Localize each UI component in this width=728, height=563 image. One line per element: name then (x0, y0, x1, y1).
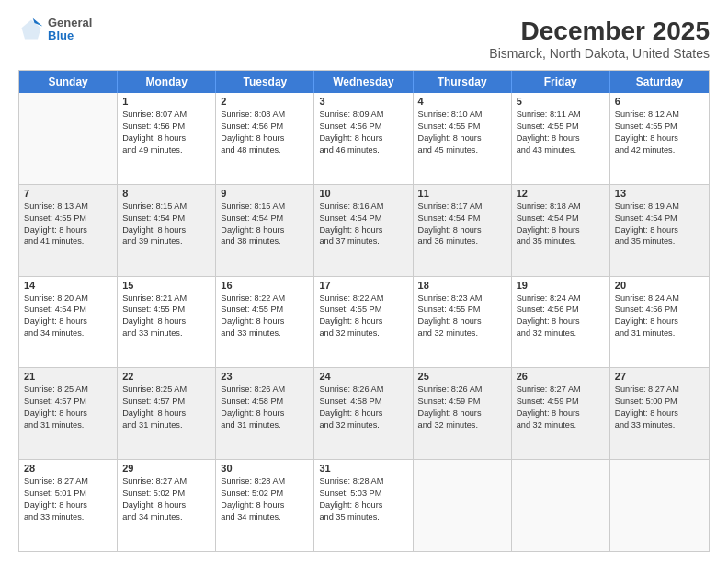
day-number: 7 (24, 188, 112, 199)
cal-cell (19, 93, 118, 184)
cell-info-line: Daylight: 8 hours (418, 408, 506, 419)
cal-cell: 24Sunrise: 8:26 AMSunset: 4:58 PMDayligh… (314, 368, 413, 459)
cell-info-line: Sunset: 5:02 PM (221, 488, 309, 500)
cell-info-line: and 46 minutes. (319, 144, 407, 156)
cell-info-line: Daylight: 8 hours (319, 316, 407, 327)
cell-info-line: Sunset: 4:55 PM (615, 121, 704, 132)
cal-cell: 7Sunrise: 8:13 AMSunset: 4:55 PMDaylight… (19, 185, 118, 276)
cell-info-line: Sunset: 4:59 PM (517, 396, 605, 408)
header-day-tuesday: Tuesday (216, 71, 314, 93)
cell-info-line: Sunrise: 8:24 AM (517, 293, 605, 304)
cell-info-line: Sunrise: 8:23 AM (418, 293, 506, 304)
logo: General Blue (18, 17, 92, 43)
cal-cell: 22Sunrise: 8:25 AMSunset: 4:57 PMDayligh… (118, 368, 216, 459)
cal-cell (414, 460, 512, 551)
cell-info-line: Sunset: 4:56 PM (517, 304, 605, 316)
cell-info-line: and 41 minutes. (24, 236, 112, 247)
calendar-body: 1Sunrise: 8:07 AMSunset: 4:56 PMDaylight… (19, 93, 709, 551)
cell-info-line: and 32 minutes. (517, 327, 605, 339)
cal-cell: 15Sunrise: 8:21 AMSunset: 4:55 PMDayligh… (118, 277, 216, 368)
cell-info-line: Sunset: 4:55 PM (319, 304, 407, 316)
day-number: 29 (122, 463, 210, 474)
cell-info-line: Sunrise: 8:16 AM (319, 201, 407, 213)
cell-info-line: Sunrise: 8:12 AM (615, 109, 704, 121)
cell-info-line: and 39 minutes. (122, 236, 210, 247)
cell-info-line: Sunset: 4:56 PM (615, 304, 704, 316)
cell-info-line: Daylight: 8 hours (122, 224, 210, 236)
cal-cell: 21Sunrise: 8:25 AMSunset: 4:57 PMDayligh… (19, 368, 118, 459)
cal-cell: 3Sunrise: 8:09 AMSunset: 4:56 PMDaylight… (314, 93, 413, 184)
cell-info-line: Daylight: 8 hours (319, 500, 407, 511)
cell-info-line: and 43 minutes. (517, 144, 605, 156)
cal-cell: 28Sunrise: 8:27 AMSunset: 5:01 PMDayligh… (19, 460, 118, 551)
cell-info-line: and 31 minutes. (24, 419, 112, 431)
cell-info-line: and 33 minutes. (221, 327, 309, 339)
day-number: 20 (615, 280, 704, 291)
cell-info-line: Daylight: 8 hours (221, 408, 309, 419)
week-row-2: 7Sunrise: 8:13 AMSunset: 4:55 PMDaylight… (19, 185, 709, 277)
cell-info-line: Daylight: 8 hours (418, 132, 506, 144)
cal-cell: 5Sunrise: 8:11 AMSunset: 4:55 PMDaylight… (512, 93, 610, 184)
day-number: 9 (221, 188, 309, 199)
cell-info-line: Sunrise: 8:22 AM (221, 293, 309, 304)
cell-info-line: and 38 minutes. (221, 236, 309, 247)
header-day-saturday: Saturday (610, 71, 709, 93)
cell-info-line: Daylight: 8 hours (122, 132, 210, 144)
cell-info-line: Daylight: 8 hours (517, 408, 605, 419)
day-number: 28 (24, 463, 112, 474)
cell-info-line: Sunset: 4:55 PM (122, 304, 210, 316)
day-number: 26 (517, 371, 605, 382)
cell-info-line: Sunrise: 8:09 AM (319, 109, 407, 121)
logo-text: General Blue (48, 17, 92, 43)
calendar-header: SundayMondayTuesdayWednesdayThursdayFrid… (19, 71, 709, 93)
day-number: 21 (24, 371, 112, 382)
day-number: 3 (319, 96, 407, 107)
cal-cell: 14Sunrise: 8:20 AMSunset: 4:54 PMDayligh… (19, 277, 118, 368)
cell-info-line: and 34 minutes. (122, 511, 210, 523)
cell-info-line: Sunset: 4:57 PM (122, 396, 210, 408)
cell-info-line: Sunrise: 8:10 AM (418, 109, 506, 121)
cal-cell: 9Sunrise: 8:15 AMSunset: 4:54 PMDaylight… (216, 185, 314, 276)
day-number: 27 (615, 371, 704, 382)
cal-cell: 23Sunrise: 8:26 AMSunset: 4:58 PMDayligh… (216, 368, 314, 459)
day-number: 14 (24, 280, 112, 291)
cal-cell: 11Sunrise: 8:17 AMSunset: 4:54 PMDayligh… (414, 185, 512, 276)
header-day-friday: Friday (512, 71, 610, 93)
day-number: 1 (122, 96, 210, 107)
cell-info-line: Sunset: 4:55 PM (418, 304, 506, 316)
cell-info-line: Sunrise: 8:20 AM (24, 293, 112, 304)
cell-info-line: Sunrise: 8:27 AM (517, 384, 605, 396)
cal-cell: 17Sunrise: 8:22 AMSunset: 4:55 PMDayligh… (314, 277, 413, 368)
cell-info-line: Daylight: 8 hours (517, 224, 605, 236)
cal-cell (512, 460, 610, 551)
cal-cell: 20Sunrise: 8:24 AMSunset: 4:56 PMDayligh… (610, 277, 709, 368)
cell-info-line: Sunrise: 8:21 AM (122, 293, 210, 304)
cal-cell: 19Sunrise: 8:24 AMSunset: 4:56 PMDayligh… (512, 277, 610, 368)
cal-cell: 29Sunrise: 8:27 AMSunset: 5:02 PMDayligh… (118, 460, 216, 551)
page: General Blue December 2025 Bismarck, Nor… (0, 0, 728, 563)
logo-general-text: General (48, 17, 92, 29)
title-block: December 2025 Bismarck, North Dakota, Un… (489, 17, 710, 61)
cell-info-line: Sunrise: 8:08 AM (221, 109, 309, 121)
cell-info-line: Daylight: 8 hours (517, 316, 605, 327)
cell-info-line: and 31 minutes. (221, 419, 309, 431)
cell-info-line: and 35 minutes. (517, 236, 605, 247)
header-day-wednesday: Wednesday (314, 71, 413, 93)
cell-info-line: Sunrise: 8:25 AM (122, 384, 210, 396)
day-number: 16 (221, 280, 309, 291)
logo-blue-text: Blue (48, 29, 92, 42)
cell-info-line: Sunrise: 8:13 AM (24, 201, 112, 213)
cell-info-line: Sunset: 4:56 PM (221, 121, 309, 132)
cell-info-line: Daylight: 8 hours (221, 224, 309, 236)
day-number: 4 (418, 96, 506, 107)
cell-info-line: Daylight: 8 hours (221, 316, 309, 327)
cell-info-line: and 32 minutes. (517, 419, 605, 431)
cal-cell: 25Sunrise: 8:26 AMSunset: 4:59 PMDayligh… (414, 368, 512, 459)
day-number: 11 (418, 188, 506, 199)
cell-info-line: Sunrise: 8:18 AM (517, 201, 605, 213)
day-number: 17 (319, 280, 407, 291)
cal-cell: 16Sunrise: 8:22 AMSunset: 4:55 PMDayligh… (216, 277, 314, 368)
cell-info-line: Daylight: 8 hours (615, 408, 704, 419)
cell-info-line: Sunset: 5:02 PM (122, 488, 210, 500)
cell-info-line: and 45 minutes. (418, 144, 506, 156)
